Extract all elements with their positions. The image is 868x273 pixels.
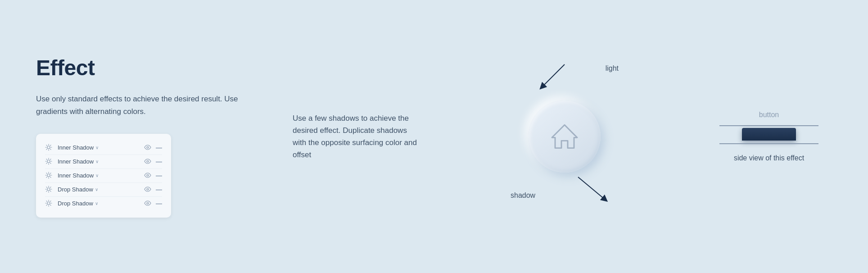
eye-icon-3[interactable] xyxy=(144,172,151,179)
side-view-caption: side view of this effect xyxy=(734,154,804,162)
svg-point-19 xyxy=(147,160,149,162)
side-view-button xyxy=(742,128,796,141)
sun-icon xyxy=(45,158,53,166)
neuo-button[interactable] xyxy=(529,100,601,173)
button-label: button xyxy=(759,111,779,119)
annotation-text: Use a few shadows to achieve the desired… xyxy=(293,112,419,161)
side-view-diagram xyxy=(710,125,827,144)
description: Use only standard effects to achieve the… xyxy=(36,93,252,117)
svg-line-27 xyxy=(50,173,51,173)
svg-point-20 xyxy=(47,174,50,177)
effect-dash-1: — xyxy=(156,144,162,151)
svg-line-5 xyxy=(46,145,47,146)
effect-dash-4: — xyxy=(156,186,162,193)
left-section: Effect Use only standard effects to achi… xyxy=(36,55,252,217)
eye-icon-1[interactable] xyxy=(144,144,151,151)
effect-label-1: Inner Shadow ∨ xyxy=(58,144,140,151)
effect-label-2: Inner Shadow ∨ xyxy=(58,158,140,165)
svg-line-45 xyxy=(46,201,47,201)
page-title: Effect xyxy=(36,55,252,80)
shadow-arrow xyxy=(569,168,623,204)
svg-line-16 xyxy=(50,163,51,163)
sun-icon xyxy=(45,144,53,152)
svg-line-7 xyxy=(50,145,51,146)
svg-line-35 xyxy=(46,187,47,187)
svg-point-40 xyxy=(47,202,50,205)
svg-point-10 xyxy=(47,160,50,163)
svg-line-25 xyxy=(46,173,47,173)
effect-row: Inner Shadow ∨ — xyxy=(45,155,162,169)
svg-line-50 xyxy=(542,64,565,87)
svg-line-47 xyxy=(50,201,51,201)
svg-point-39 xyxy=(147,188,149,190)
middle-section: Use a few shadows to achieve the desired… xyxy=(279,112,423,161)
effect-dash-5: — xyxy=(156,200,162,207)
effect-dash-2: — xyxy=(156,158,162,165)
effect-row: Drop Shadow ∨ — xyxy=(45,197,162,210)
sun-icon xyxy=(45,186,53,194)
svg-line-48 xyxy=(46,205,47,205)
sun-icon xyxy=(45,200,53,208)
bottom-line xyxy=(719,143,818,144)
svg-point-29 xyxy=(147,174,149,176)
svg-line-51 xyxy=(578,177,605,200)
eye-icon-4[interactable] xyxy=(144,186,151,193)
eye-icon-5[interactable] xyxy=(144,200,151,207)
effect-dash-3: — xyxy=(156,172,162,179)
effect-label-4: Drop Shadow ∨ xyxy=(58,186,140,193)
svg-line-8 xyxy=(46,149,47,149)
svg-point-30 xyxy=(47,188,50,191)
svg-line-15 xyxy=(46,159,47,159)
svg-line-46 xyxy=(50,205,51,205)
svg-line-17 xyxy=(50,159,51,159)
side-view-section: button side view of this effect xyxy=(706,111,832,162)
svg-point-49 xyxy=(147,202,149,204)
svg-line-26 xyxy=(50,177,51,177)
sun-icon xyxy=(45,172,53,180)
light-arrow xyxy=(520,60,574,96)
page-wrapper: Effect Use only standard effects to achi… xyxy=(0,0,868,273)
shadow-label: shadow xyxy=(511,191,535,200)
svg-line-18 xyxy=(46,163,47,163)
svg-line-38 xyxy=(46,191,47,191)
svg-line-37 xyxy=(50,187,51,187)
effect-label-5: Drop Shadow ∨ xyxy=(58,200,140,207)
effect-row: Inner Shadow ∨ — xyxy=(45,169,162,183)
effect-row: Inner Shadow ∨ — xyxy=(45,141,162,155)
effect-row: Drop Shadow ∨ — xyxy=(45,183,162,197)
svg-line-28 xyxy=(46,177,47,177)
eye-icon-2[interactable] xyxy=(144,158,151,165)
svg-line-36 xyxy=(50,191,51,191)
top-line xyxy=(719,125,818,126)
effect-label-3: Inner Shadow ∨ xyxy=(58,172,140,179)
light-label: light xyxy=(606,64,619,73)
neuo-section: light shadow xyxy=(450,55,679,218)
svg-point-0 xyxy=(47,146,50,149)
svg-point-9 xyxy=(147,146,149,148)
svg-line-6 xyxy=(50,149,51,149)
effects-panel: Inner Shadow ∨ — xyxy=(36,134,171,218)
house-icon xyxy=(549,121,580,152)
